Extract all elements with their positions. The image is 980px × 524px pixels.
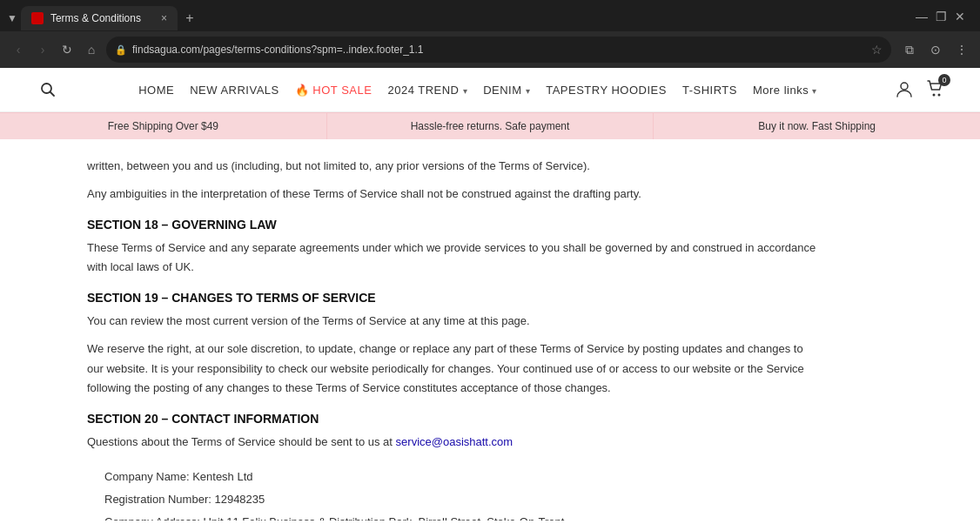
tab-favicon bbox=[31, 12, 44, 24]
svg-line-1 bbox=[50, 92, 55, 97]
section19-text1: You can review the most current version … bbox=[87, 312, 818, 331]
section18-text: These Terms of Service and any separate … bbox=[87, 238, 818, 277]
company-name-line: Company Name: Kentesh Ltd bbox=[104, 466, 818, 488]
promo-banner: Free Shipping Over $49 Hassle-free retur… bbox=[0, 112, 980, 139]
cart-count-badge: 0 bbox=[938, 74, 950, 86]
search-button[interactable] bbox=[35, 77, 61, 103]
bookmark-icon[interactable]: ☆ bbox=[871, 43, 883, 57]
nav-new-arrivals[interactable]: NEW ARRIVALS bbox=[190, 84, 279, 97]
extensions-icon[interactable]: ⧉ bbox=[900, 43, 919, 57]
registration-line: Registration Number: 12948235 bbox=[104, 488, 818, 511]
nav-tshirts[interactable]: T-SHIRTS bbox=[682, 84, 737, 97]
tab-bar: ▼ Terms & Conditions × + — ❐ ✕ bbox=[0, 0, 980, 31]
back-button[interactable]: ‹ bbox=[9, 43, 28, 57]
restore-button[interactable]: ❐ bbox=[935, 10, 947, 23]
section20-contact-line: Questions about the Terms of Service sho… bbox=[87, 433, 818, 452]
top-nav: HOME NEW ARRIVALS 🔥 HOT SALE 2024 TREND … bbox=[0, 68, 980, 112]
nav-right: 0 bbox=[895, 79, 945, 101]
ambiguity-text: Any ambiguities in the interpretation of… bbox=[87, 185, 818, 204]
address-bar-row: ‹ › ↻ ⌂ 🔒 findsagua.com/pages/terms-cond… bbox=[0, 31, 980, 68]
section20-text-before: Questions about the Terms of Service sho… bbox=[87, 435, 396, 448]
section20-heading: SECTION 20 – CONTACT INFORMATION bbox=[87, 412, 818, 426]
nav-hot-sale[interactable]: 🔥 HOT SALE bbox=[295, 84, 373, 97]
more-options-icon[interactable]: ⋮ bbox=[952, 43, 971, 57]
promo-item-1: Free Shipping Over $49 bbox=[0, 113, 327, 139]
address-lock-icon: 🔒 bbox=[115, 44, 127, 56]
close-button[interactable]: ✕ bbox=[954, 10, 966, 23]
svg-point-3 bbox=[933, 93, 936, 96]
address-actions: ☆ bbox=[871, 43, 883, 57]
search-icon bbox=[40, 82, 56, 97]
account-icon bbox=[895, 79, 914, 98]
promo-item-2: Hassle-free returns. Safe payment bbox=[327, 113, 654, 139]
tab-down-arrow[interactable]: ▼ bbox=[7, 12, 17, 24]
account-icon[interactable]: ⊙ bbox=[926, 43, 945, 57]
home-button[interactable]: ⌂ bbox=[82, 43, 101, 57]
more-chevron-icon: ▾ bbox=[812, 86, 817, 96]
section18-heading: SECTION 18 – GOVERNING LAW bbox=[87, 218, 818, 232]
main-content: written, between you and us (including, … bbox=[0, 139, 870, 521]
browser-actions: ⧉ ⊙ ⋮ bbox=[896, 43, 971, 57]
active-tab[interactable]: Terms & Conditions × bbox=[21, 6, 178, 30]
svg-point-2 bbox=[901, 83, 908, 90]
section19-heading: SECTION 19 – CHANGES TO TERMS OF SERVICE bbox=[87, 291, 818, 305]
browser-chrome: ▼ Terms & Conditions × + — ❐ ✕ ‹ › ↻ ⌂ 🔒… bbox=[0, 0, 980, 68]
nav-denim[interactable]: DENIM ▾ bbox=[483, 84, 530, 97]
tab-title: Terms & Conditions bbox=[50, 12, 154, 24]
cart-button[interactable]: 0 bbox=[926, 79, 945, 101]
section19-text2: We reserve the right, at our sole discre… bbox=[87, 339, 818, 397]
nav-links: HOME NEW ARRIVALS 🔥 HOT SALE 2024 TREND … bbox=[78, 84, 877, 97]
refresh-button[interactable]: ↻ bbox=[57, 43, 77, 57]
account-button[interactable] bbox=[895, 79, 914, 101]
minimize-button[interactable]: — bbox=[916, 10, 928, 23]
forward-button[interactable]: › bbox=[33, 43, 52, 57]
window-controls: — ❐ ✕ bbox=[916, 10, 973, 26]
nav-tapestry[interactable]: TAPESTRY HOODIES bbox=[546, 84, 667, 97]
svg-point-4 bbox=[938, 93, 941, 96]
company-info-block: Company Name: Kentesh Ltd Registration N… bbox=[104, 466, 818, 521]
nav-2024-trend[interactable]: 2024 TREND ▾ bbox=[387, 84, 467, 97]
tab-close-button[interactable]: × bbox=[161, 12, 167, 24]
nav-home[interactable]: HOME bbox=[138, 84, 174, 97]
denim-chevron-icon: ▾ bbox=[526, 86, 531, 96]
address-line1: Company Address: Unit 11 Felix Business … bbox=[104, 511, 818, 521]
nav-more-links[interactable]: More links ▾ bbox=[753, 84, 817, 97]
address-bar[interactable]: 🔒 findsagua.com/pages/terms-conditions?s… bbox=[106, 37, 891, 63]
promo-item-3: Buy it now. Fast Shipping bbox=[654, 113, 980, 139]
contact-email-link[interactable]: service@oasishatt.com bbox=[396, 435, 513, 448]
new-tab-button[interactable]: + bbox=[178, 6, 202, 30]
trend-chevron-icon: ▾ bbox=[463, 86, 468, 96]
site-wrapper: HOME NEW ARRIVALS 🔥 HOT SALE 2024 TREND … bbox=[0, 68, 980, 521]
address-text: findsagua.com/pages/terms-conditions?spm… bbox=[132, 44, 866, 56]
prev-text: written, between you and us (including, … bbox=[87, 157, 818, 176]
